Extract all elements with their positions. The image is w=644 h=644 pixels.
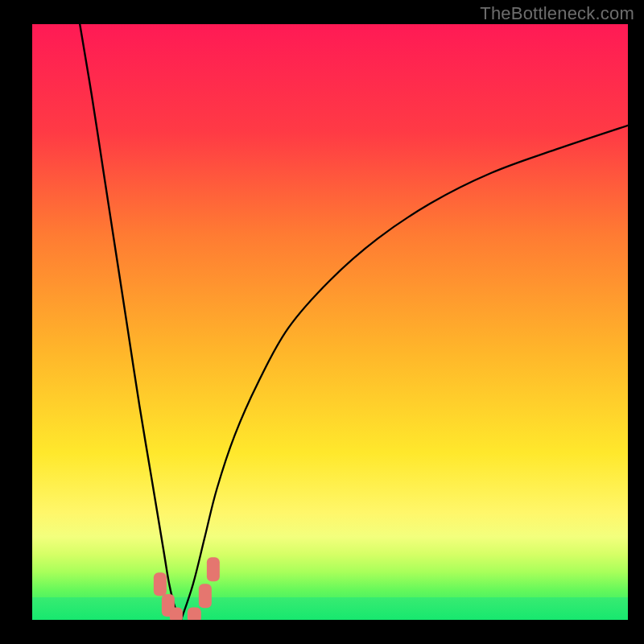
trough-marker xyxy=(188,607,200,620)
plot-area xyxy=(32,24,628,620)
outer-frame: TheBottleneck.com xyxy=(0,0,644,644)
trough-marker xyxy=(198,584,211,609)
curve-svg xyxy=(32,24,628,620)
watermark-text: TheBottleneck.com xyxy=(480,3,634,24)
trough-marker xyxy=(207,557,220,581)
trough-marker xyxy=(154,572,167,597)
curve-right xyxy=(181,126,628,620)
curve-left xyxy=(80,24,181,620)
trough-marker xyxy=(170,607,183,620)
